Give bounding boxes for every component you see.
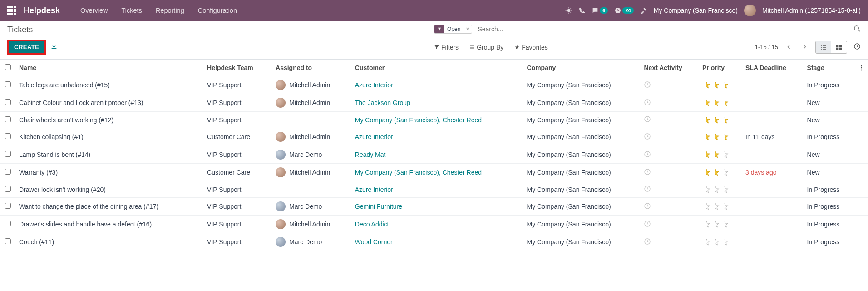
col-stage[interactable]: Stage bbox=[804, 60, 854, 76]
nav-tickets[interactable]: Tickets bbox=[114, 0, 148, 21]
clock-icon[interactable] bbox=[644, 204, 651, 211]
row-checkbox[interactable] bbox=[0, 216, 15, 233]
phone-icon[interactable] bbox=[579, 7, 585, 14]
app-brand[interactable]: Helpdesk bbox=[24, 6, 60, 15]
table-row[interactable]: Kitchen collapsing (#1)Customer CareMitc… bbox=[0, 128, 868, 146]
pager-text[interactable]: 1-15 / 15 bbox=[755, 44, 778, 50]
row-checkbox[interactable] bbox=[0, 181, 15, 198]
clock-icon[interactable] bbox=[644, 239, 651, 246]
download-icon[interactable] bbox=[50, 43, 58, 51]
pager-prev-icon[interactable] bbox=[784, 42, 794, 53]
optional-columns-icon[interactable]: ⋮ bbox=[854, 60, 868, 76]
activities-icon[interactable]: 24 bbox=[614, 7, 633, 14]
facet-remove-icon[interactable]: × bbox=[463, 25, 472, 33]
groupby-label: Group By bbox=[477, 44, 503, 51]
control-panel: Tickets Open × CREATE bbox=[0, 21, 868, 55]
cell-customer[interactable]: Azure Interior bbox=[351, 181, 523, 198]
view-list-icon[interactable] bbox=[816, 41, 831, 53]
row-checkbox[interactable] bbox=[0, 76, 15, 94]
priority-stars[interactable] bbox=[702, 133, 738, 141]
col-name[interactable]: Name bbox=[15, 60, 203, 76]
table-row[interactable]: Want to change the place of the dining a… bbox=[0, 198, 868, 216]
table-row[interactable]: Table legs are unbalanced (#15)VIP Suppo… bbox=[0, 76, 868, 94]
priority-stars[interactable] bbox=[702, 81, 738, 89]
col-priority[interactable]: Priority bbox=[699, 60, 742, 76]
cell-priority bbox=[699, 181, 742, 198]
row-checkbox[interactable] bbox=[0, 146, 15, 164]
priority-stars[interactable] bbox=[702, 116, 738, 124]
col-company[interactable]: Company bbox=[523, 60, 641, 76]
row-checkbox[interactable] bbox=[0, 198, 15, 216]
view-activity-icon[interactable] bbox=[853, 43, 861, 51]
create-button[interactable]: CREATE bbox=[9, 41, 44, 53]
apps-menu-icon[interactable] bbox=[7, 6, 16, 15]
table-row[interactable]: Warranty (#3)Customer CareMitchell Admin… bbox=[0, 164, 868, 181]
priority-stars[interactable] bbox=[702, 151, 738, 159]
clock-icon[interactable] bbox=[644, 100, 651, 107]
table-row[interactable]: Couch (#11)VIP SupportMarc DemoWood Corn… bbox=[0, 233, 868, 251]
cell-customer[interactable]: The Jackson Group bbox=[351, 94, 523, 112]
search-icon[interactable] bbox=[853, 25, 861, 34]
cell-team: VIP Support bbox=[203, 76, 272, 94]
table-row[interactable]: Cabinet Colour and Lock aren't proper (#… bbox=[0, 94, 868, 112]
col-customer[interactable]: Customer bbox=[351, 60, 523, 76]
table-row[interactable]: Drawer lock isn't working (#20)VIP Suppo… bbox=[0, 181, 868, 198]
pager-next-icon[interactable] bbox=[800, 42, 809, 53]
search-input[interactable] bbox=[476, 25, 850, 34]
company-selector[interactable]: My Company (San Francisco) bbox=[654, 7, 738, 14]
priority-stars[interactable] bbox=[702, 168, 738, 176]
cell-customer[interactable]: Deco Addict bbox=[351, 216, 523, 233]
assignee-avatar bbox=[276, 167, 286, 177]
clock-icon[interactable] bbox=[644, 152, 651, 159]
favorites-button[interactable]: Favorites bbox=[514, 44, 548, 51]
col-team[interactable]: Helpdesk Team bbox=[203, 60, 272, 76]
nav-overview[interactable]: Overview bbox=[74, 0, 114, 21]
row-checkbox[interactable] bbox=[0, 94, 15, 112]
user-avatar[interactable] bbox=[744, 5, 756, 16]
create-button-highlight: CREATE bbox=[7, 40, 46, 55]
view-kanban-icon[interactable] bbox=[831, 41, 847, 53]
tools-icon[interactable] bbox=[640, 7, 647, 14]
clock-icon[interactable] bbox=[644, 221, 651, 229]
cell-customer[interactable]: My Company (San Francisco), Chester Reed bbox=[351, 164, 523, 181]
row-checkbox[interactable] bbox=[0, 128, 15, 146]
nav-configuration[interactable]: Configuration bbox=[191, 0, 244, 21]
cell-name: Cabinet Colour and Lock aren't proper (#… bbox=[15, 94, 203, 112]
cell-customer[interactable]: Azure Interior bbox=[351, 128, 523, 146]
priority-stars[interactable] bbox=[702, 220, 738, 228]
priority-stars[interactable] bbox=[702, 238, 738, 246]
row-checkbox[interactable] bbox=[0, 112, 15, 128]
cell-customer[interactable]: Wood Corner bbox=[351, 233, 523, 251]
cell-customer[interactable]: Ready Mat bbox=[351, 146, 523, 164]
table-row[interactable]: Chair wheels aren't working (#12)VIP Sup… bbox=[0, 112, 868, 128]
cell-customer[interactable]: Azure Interior bbox=[351, 76, 523, 94]
clock-icon[interactable] bbox=[644, 134, 651, 141]
assignee-name: Mitchell Admin bbox=[289, 133, 330, 140]
nav-reporting[interactable]: Reporting bbox=[149, 0, 191, 21]
clock-icon[interactable] bbox=[644, 117, 651, 124]
filters-button[interactable]: Filters bbox=[434, 44, 459, 51]
col-sla[interactable]: SLA Deadline bbox=[742, 60, 804, 76]
col-activity[interactable]: Next Activity bbox=[640, 60, 699, 76]
clock-icon[interactable] bbox=[644, 186, 651, 194]
cell-customer[interactable]: Gemini Furniture bbox=[351, 198, 523, 216]
clock-icon[interactable] bbox=[644, 170, 651, 177]
select-all-checkbox[interactable] bbox=[0, 60, 15, 76]
priority-stars[interactable] bbox=[702, 186, 738, 194]
priority-stars[interactable] bbox=[702, 99, 738, 107]
groupby-button[interactable]: Group By bbox=[469, 44, 503, 51]
row-checkbox[interactable] bbox=[0, 233, 15, 251]
filters-label: Filters bbox=[441, 44, 459, 51]
row-checkbox[interactable] bbox=[0, 164, 15, 181]
table-row[interactable]: Lamp Stand is bent (#14)VIP SupportMarc … bbox=[0, 146, 868, 164]
priority-stars[interactable] bbox=[702, 202, 738, 211]
cell-stage: In Progress bbox=[804, 181, 854, 198]
table-row[interactable]: Drawer's slides and handle have a defect… bbox=[0, 216, 868, 233]
col-assigned[interactable]: Assigned to bbox=[272, 60, 351, 76]
bug-icon[interactable] bbox=[565, 7, 572, 14]
cell-customer[interactable]: My Company (San Francisco), Chester Reed bbox=[351, 112, 523, 128]
cell-stage: In Progress bbox=[804, 198, 854, 216]
clock-icon[interactable] bbox=[644, 82, 651, 90]
user-menu[interactable]: Mitchell Admin (12571854-15-0-all) bbox=[762, 7, 861, 14]
messages-icon[interactable]: 6 bbox=[592, 7, 608, 14]
